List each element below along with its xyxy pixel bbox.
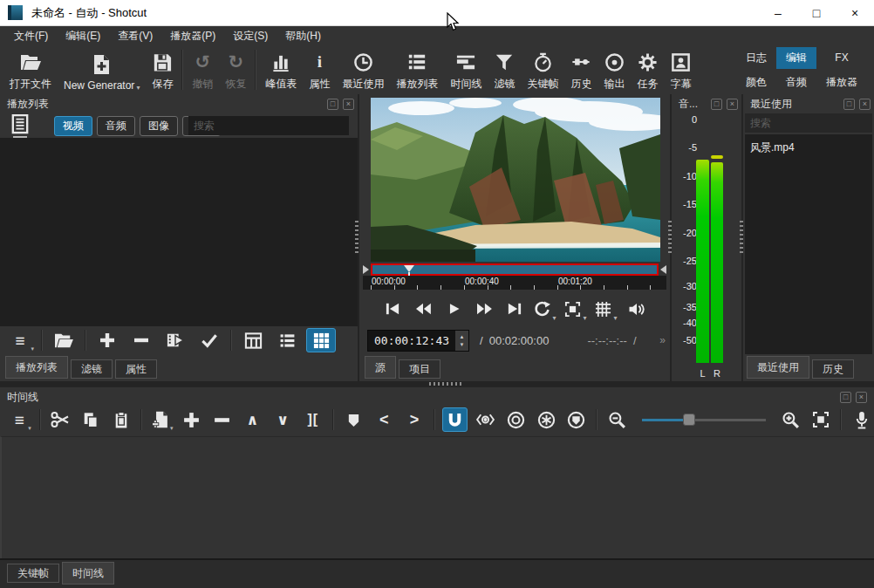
layout-logging[interactable]: 日志 xyxy=(736,47,776,69)
tab-filters[interactable]: 滤镜 xyxy=(71,359,113,379)
filter-image-chip[interactable]: 图像 xyxy=(140,116,178,136)
cut-button[interactable] xyxy=(48,407,73,432)
timeline-menu-button[interactable]: ≡▾ xyxy=(7,407,32,432)
redo-button[interactable]: ↻ 恢复 xyxy=(219,48,252,92)
splitter-handle[interactable] xyxy=(740,221,743,254)
playlist-open-button[interactable] xyxy=(49,328,79,352)
layout-fx[interactable]: FX xyxy=(816,48,867,67)
paste-button[interactable] xyxy=(108,407,133,432)
recent-button[interactable]: 最近使用 xyxy=(336,48,390,92)
filter-audio-chip[interactable]: 音频 xyxy=(97,116,135,136)
prev-marker-button[interactable]: < xyxy=(372,407,397,432)
ripple-markers-button[interactable] xyxy=(564,407,590,432)
new-generator-button[interactable]: New Generator▾ xyxy=(58,48,146,92)
menu-edit[interactable]: 编辑(E) xyxy=(57,26,109,46)
float-panel-icon[interactable]: □ xyxy=(327,99,338,110)
position-spinbox[interactable]: 00:00:12:43 ▲▼ xyxy=(367,330,469,352)
layout-player[interactable]: 播放器 xyxy=(816,72,867,93)
copy-button[interactable] xyxy=(78,407,103,432)
jobs-button[interactable]: 任务 xyxy=(631,48,664,92)
splitter-handle[interactable] xyxy=(429,382,462,386)
record-voiceover-button[interactable] xyxy=(849,407,874,432)
tab-playlist[interactable]: 播放列表 xyxy=(5,356,68,379)
tab-recent[interactable]: 最近使用 xyxy=(747,356,809,379)
history-button[interactable]: 历史 xyxy=(564,48,597,92)
playlist-update-button[interactable] xyxy=(160,328,190,352)
menu-player[interactable]: 播放器(P) xyxy=(161,26,224,46)
lift-button[interactable]: ∧ xyxy=(240,407,265,432)
rewind-button[interactable] xyxy=(409,296,437,322)
player-time-ruler[interactable]: 00:00:00 00:00:40 00:01:20 xyxy=(363,276,666,290)
ripple-all-tracks-button[interactable] xyxy=(534,407,559,432)
close-panel-icon[interactable]: × xyxy=(859,99,871,110)
float-panel-icon[interactable]: □ xyxy=(843,99,855,110)
fast-forward-button[interactable] xyxy=(470,296,498,322)
grid-button[interactable]: ▾ xyxy=(592,296,620,322)
playlist-remove-button[interactable] xyxy=(126,328,156,352)
filter-video-chip[interactable]: 视频 xyxy=(54,116,92,136)
layout-editing[interactable]: 编辑 xyxy=(776,47,816,69)
float-panel-icon[interactable]: □ xyxy=(711,99,722,110)
layout-audio[interactable]: 音频 xyxy=(776,72,816,93)
peak-meter-button[interactable]: 峰值表 xyxy=(259,48,303,92)
maximize-button[interactable]: □ xyxy=(797,0,836,25)
toolbar-overflow-icon[interactable]: » xyxy=(659,334,666,346)
spin-down-icon[interactable]: ▼ xyxy=(460,342,465,347)
overwrite-button[interactable]: ∨ xyxy=(270,407,296,432)
menu-help[interactable]: 帮助(H) xyxy=(277,26,330,46)
skip-start-button[interactable] xyxy=(379,296,406,322)
splitter-handle[interactable] xyxy=(668,221,672,254)
position-timecode[interactable]: 00:00:12:43 xyxy=(368,331,455,351)
zoom-out-button[interactable] xyxy=(604,407,630,432)
timeline-zoom-slider[interactable] xyxy=(642,412,766,427)
close-button[interactable]: × xyxy=(836,0,874,25)
tab-history[interactable]: 历史 xyxy=(812,359,854,379)
menu-view[interactable]: 查看(V) xyxy=(109,26,161,46)
playlist-search-input[interactable] xyxy=(188,116,349,135)
view-grid-button[interactable] xyxy=(306,328,336,352)
append-button[interactable]: ▾ xyxy=(149,407,174,432)
next-marker-button[interactable]: > xyxy=(402,407,427,432)
ripple-delete-add-button[interactable] xyxy=(180,407,205,432)
export-button[interactable]: 输出 xyxy=(597,48,631,92)
tab-project[interactable]: 项目 xyxy=(399,359,440,379)
subtitles-button[interactable]: 字幕 xyxy=(664,48,697,92)
marker-button[interactable] xyxy=(341,407,366,432)
player-scrubber[interactable] xyxy=(363,263,666,276)
filters-button[interactable]: 滤镜 xyxy=(488,48,521,92)
volume-button[interactable] xyxy=(623,296,651,322)
tab-source[interactable]: 源 xyxy=(365,356,396,379)
zoom-fit-button[interactable]: ▾ xyxy=(562,296,590,322)
playlist-button[interactable]: 播放列表 xyxy=(390,48,444,92)
close-panel-icon[interactable]: × xyxy=(727,99,738,110)
out-point-icon[interactable] xyxy=(660,265,666,274)
playlist-select-button[interactable] xyxy=(195,328,224,352)
open-file-button[interactable]: 打开文件 xyxy=(3,48,58,92)
scrub-while-dragging-button[interactable] xyxy=(473,407,498,432)
zoom-in-button[interactable] xyxy=(778,407,803,432)
playlist-view-button[interactable] xyxy=(8,114,32,138)
snap-button[interactable] xyxy=(442,407,468,432)
tab-keyframes[interactable]: 关键帧 xyxy=(7,564,59,583)
view-details-button[interactable] xyxy=(238,328,268,352)
menu-file[interactable]: 文件(F) xyxy=(5,26,57,46)
play-button[interactable] xyxy=(440,296,468,322)
splitter-handle[interactable] xyxy=(355,221,358,254)
recent-search-input[interactable] xyxy=(745,113,872,133)
minimize-button[interactable]: – xyxy=(759,0,797,25)
tab-timeline[interactable]: 时间线 xyxy=(62,562,114,585)
loop-button[interactable]: ▾ xyxy=(531,296,559,322)
tab-properties[interactable]: 属性 xyxy=(115,359,157,379)
spin-up-icon[interactable]: ▲ xyxy=(460,334,465,339)
split-button[interactable]: ][ xyxy=(300,407,325,432)
menu-settings[interactable]: 设定(S) xyxy=(224,26,277,46)
undo-button[interactable]: ↺ 撤销 xyxy=(186,48,219,92)
timeline-button[interactable]: 时间线 xyxy=(444,48,488,92)
keyframes-button[interactable]: 关键帧 xyxy=(521,48,564,92)
properties-button[interactable]: i 属性 xyxy=(303,48,336,92)
slider-handle[interactable] xyxy=(683,414,695,426)
zoom-fit-timeline-button[interactable] xyxy=(809,407,834,432)
in-point-icon[interactable] xyxy=(363,265,369,274)
ripple-button[interactable] xyxy=(503,407,529,432)
save-button[interactable]: 保存 xyxy=(146,48,179,92)
